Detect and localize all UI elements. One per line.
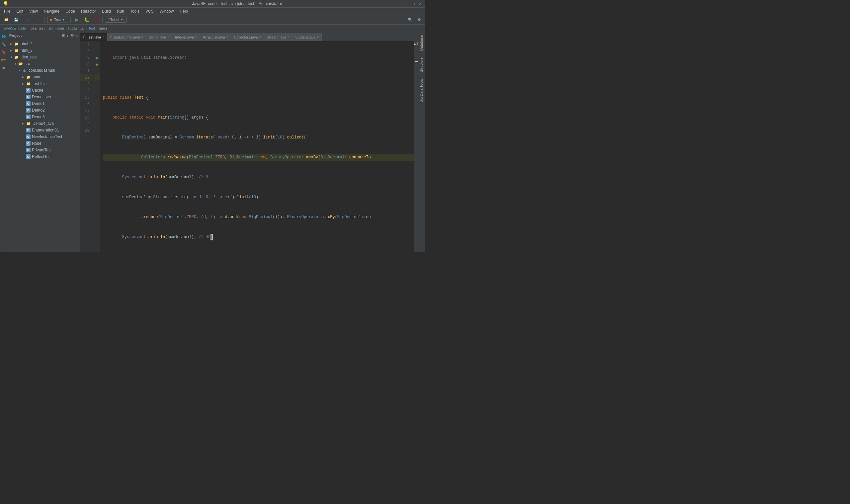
tree-item-newinstance[interactable]: C NewInstanceTest [7,133,80,140]
settings-button[interactable]: ⚙ [416,16,423,23]
tree-item-src[interactable]: ▼ 📂 src [7,60,80,67]
bc-class[interactable]: Test [88,26,95,30]
tab-bigdecimal[interactable]: C BigDecimal.java × [108,33,146,41]
line-numbers: 7 8 9 10 11 12 13 14 15 16 17 18 19 20 [80,41,94,252]
tool-icon[interactable]: 🔧 [1,41,7,47]
bc-package[interactable]: liudashuai [68,26,85,30]
titlebar-title: JavaSE_code - Test.java [idea_test] - Ad… [69,1,405,6]
menu-vcs[interactable]: VCS [143,8,157,14]
tab-stream[interactable]: Stream.java × [264,33,292,41]
jrebel-dropdown[interactable]: JRebel ▼ [105,17,127,22]
bc-com[interactable]: com [57,26,64,30]
open-button[interactable]: 📁 [2,16,11,23]
right-tab-database[interactable]: Database [418,32,425,54]
toolbar: 📁 💾 ← → ▶ Test ▼ ▶ 🐛 ■ JRebel ▼ 🔍 ⚙ [0,15,425,24]
tree-item-anno[interactable]: ▶ 📁 anno [7,74,80,80]
debug-button[interactable]: 🐛 [82,16,92,23]
tab-close-arraylist[interactable]: × [227,35,229,39]
jrebel-side-icon[interactable]: JR [1,65,7,71]
code-line-9: public class Test { [103,94,415,101]
tree-item-demo[interactable]: C Demo.java [7,94,80,100]
run-button[interactable]: ▶ [73,16,81,23]
menu-view[interactable]: View [26,8,40,14]
titlebar: 💡 JavaSE_code - Test.java [idea_test] - … [0,0,425,7]
tree-item-html2[interactable]: ▶ 📁 html_2 [7,40,80,47]
tab-test-java[interactable]: C Test.java × [80,33,108,41]
breadcrumb: JavaSE_code › idea_test › src › com › li… [0,24,425,32]
menu-run[interactable]: Run [114,8,127,14]
tree-item-demo4[interactable]: ▶ 📁 Demo4.java [7,120,80,127]
bc-method[interactable]: main [99,26,107,30]
tree-item-ideatest[interactable]: ▼ 📁 idea_test [7,54,80,60]
run-config-dropdown[interactable]: ▶ Test ▼ [47,17,68,23]
project-icon-btn-1[interactable]: ⊞ [62,33,65,37]
project-icon-btn-4[interactable]: × [76,34,78,37]
tree-item-testthis[interactable]: ▶ 📁 testThis [7,80,80,87]
tab-close-string[interactable]: × [167,35,169,39]
bookmark-icon[interactable]: 🔖 [1,49,7,55]
tree-item-privatetest[interactable]: C PrivateTest [7,147,80,154]
app-icon: 💡 [3,1,8,6]
tab-collectors[interactable]: Collectors.java × [231,33,264,41]
right-tab-structure[interactable]: Structure [418,54,425,76]
code-content[interactable]: import java.util.stream.Stream; public c… [100,41,418,252]
menu-edit[interactable]: Edit [14,8,26,14]
menu-window[interactable]: Window [157,8,177,14]
code-editor[interactable]: ▲2 ●1 7 8 9 10 11 12 13 14 15 16 17 [80,41,418,252]
tab-close-student[interactable]: × [317,35,319,39]
menu-navigate[interactable]: Navigate [41,8,62,14]
menu-help[interactable]: Help [177,8,191,14]
back-button[interactable]: ← [25,16,33,23]
tab-arraylist[interactable]: ArrayList.java × [200,33,231,41]
search-button[interactable]: 🔍 [406,16,414,23]
project-icon-btn-3[interactable]: ⚙ [71,33,74,37]
forward-button[interactable]: → [35,16,42,23]
web-icon[interactable]: 🌐 [1,33,7,39]
bc-project[interactable]: JavaSE_code [3,26,26,30]
editor-settings[interactable]: ⋮ [409,36,418,41]
left-icons-panel: 🌐 🔧 🔖 AWS JR [0,32,7,252]
tab-bar: C Test.java × C BigDecimal.java × String… [80,32,418,41]
tab-close-stream[interactable]: × [288,35,290,39]
menu-file[interactable]: File [1,8,13,14]
menubar: File Edit View Navigate Code Refactor Bu… [0,7,425,15]
maximize-button[interactable]: □ [412,2,416,6]
tab-student[interactable]: Student.java × [292,33,322,41]
aws-icon[interactable]: AWS [1,57,7,63]
tree-item-demo1[interactable]: C Demo1 [7,100,80,107]
tab-close-test[interactable]: × [103,35,105,39]
tab-integer[interactable]: Integer.java × [172,33,200,41]
menu-build[interactable]: Build [99,8,113,14]
run-main-icon[interactable]: ▶ [94,61,100,68]
project-panel: Project ⊞ ↕ ⚙ × ▶ 📁 html_2 ▶ 📁 html_3 ▼ … [7,32,80,252]
bc-module[interactable]: idea_test [30,26,45,30]
tree-item-enum[interactable]: C Enumeration01 [7,127,80,133]
titlebar-controls[interactable]: − □ ✕ [405,2,422,6]
menu-refactor[interactable]: Refactor [78,8,98,14]
menu-tools[interactable]: Tools [127,8,142,14]
minimize-button[interactable]: − [405,2,409,6]
tab-string[interactable]: String.java × [146,33,172,41]
tree-item-html3[interactable]: ▶ 📁 html_3 [7,47,80,54]
tree-item-node[interactable]: C Node [7,140,80,147]
close-button[interactable]: ✕ [418,2,422,6]
save-button[interactable]: 💾 [12,16,21,23]
right-tab-bigdata[interactable]: Big Data Tools [418,76,425,106]
tree-item-demo3[interactable]: C Demo3 [7,113,80,120]
project-tree: ▶ 📁 html_2 ▶ 📁 html_3 ▼ 📁 idea_test ▼ 📂 … [7,39,80,252]
tab-close-collectors[interactable]: × [259,35,261,39]
project-icon-btn-2[interactable]: ↕ [67,34,69,37]
tree-item-demo2[interactable]: C Demo2 [7,107,80,113]
bc-src[interactable]: src [49,26,53,30]
code-line-15: .reduce(BigDecimal.ZERO, (d, i) -> d.add… [103,214,415,220]
tree-item-cache[interactable]: C Cache [7,87,80,94]
run-class-icon[interactable]: ▶ [94,54,100,61]
tree-item-reflecttest[interactable]: C ReflectTest [7,154,80,160]
stop-button[interactable]: ■ [93,16,100,23]
error-indicator: ●1 [414,46,418,50]
tree-item-package[interactable]: ▼ ◉ com.liudashuai [7,67,80,74]
editor-area: C Test.java × C BigDecimal.java × String… [80,32,418,252]
tab-close-bigdecimal[interactable]: × [142,35,143,39]
menu-code[interactable]: Code [63,8,78,14]
tab-close-integer[interactable]: × [195,35,197,39]
